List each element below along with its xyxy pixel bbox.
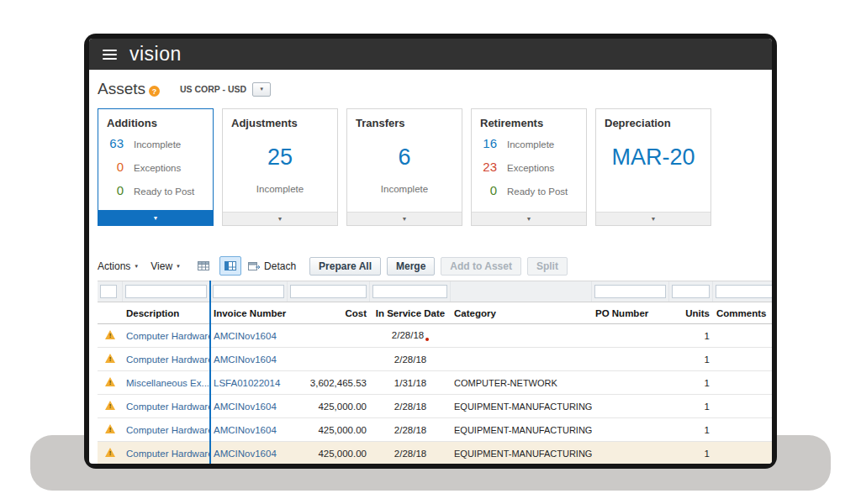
freeze-icon-button[interactable] [219,256,241,276]
stat-row: 0Exceptions [98,160,213,174]
invoice-link[interactable]: AMCINov1604 [214,402,277,412]
column-header-units[interactable]: Units [669,308,713,318]
table-body: Computer HardwareAMCINov16042/28/181Comp… [98,324,772,464]
card-big-label: Incomplete [223,184,337,194]
cell-description: Computer Hardware [123,354,210,365]
prepare-all-button[interactable]: Prepare All [309,257,381,276]
help-icon[interactable]: ? [149,86,160,97]
brand-logo: vision [129,43,182,66]
column-header-category[interactable]: Category [451,308,592,318]
view-menu[interactable]: View ▼ [151,260,181,272]
filter-cell-description [123,281,210,302]
merge-button[interactable]: Merge [387,257,435,276]
screen: vision Assets ? US CORP - USD ▼ Addition… [89,39,772,464]
column-header-cost[interactable]: Cost [288,308,370,318]
description-link[interactable]: Miscellaneous Ex... [126,378,209,388]
filter-input-in_service_date[interactable] [372,285,447,298]
card-footer-toggle[interactable]: ▼ [98,210,213,225]
warning-icon [105,330,115,339]
card-additions[interactable]: Additions63Incomplete0Exceptions0Ready t… [98,108,214,226]
freeze-icon [224,260,236,271]
cell-units: 1 [669,402,713,412]
grid-icon[interactable] [193,256,214,276]
frozen-column-divider[interactable] [209,281,211,464]
invoice-link[interactable]: AMCINov1604 [214,354,277,365]
stat-row: 63Incomplete [98,136,213,150]
stat-value: 16 [472,136,497,150]
filter-input-units[interactable] [672,285,710,298]
cell-invoice: AMCINov1604 [210,449,288,459]
column-header-invoice[interactable]: Invoice Number [210,308,288,318]
table-row[interactable]: Computer HardwareAMCINov1604425,000.002/… [98,442,772,464]
card-title: Adjustments [223,109,337,129]
split-button: Split [527,257,568,276]
table-row[interactable]: Computer HardwareAMCINov16042/28/181 [98,348,772,371]
context-dropdown-button[interactable]: ▼ [252,82,271,97]
stat-value: 0 [98,183,124,197]
hamburger-menu-icon[interactable] [103,50,117,60]
filter-input-comments[interactable] [716,285,772,298]
cell-in_service_date: 2/28/18 [370,330,451,341]
filter-cell-in_service_date [370,281,451,302]
card-depreciation[interactable]: DepreciationMAR-20▼ [595,108,711,226]
warning-icon [105,354,115,363]
detach-icon [248,260,261,271]
table-filter-row [98,281,772,302]
filter-input-cost[interactable] [290,285,367,298]
card-footer-toggle[interactable]: ▼ [223,212,337,225]
card-footer-toggle[interactable]: ▼ [347,212,462,225]
cell-invoice: AMCINov1604 [210,331,288,341]
cell-units: 1 [669,354,713,365]
cell-cost: 425,000.00 [288,402,370,412]
filter-input-po_number[interactable] [594,285,666,298]
description-link[interactable]: Computer Hardware [126,449,210,459]
card-retirements[interactable]: Retirements16Incomplete23Exceptions0Read… [471,108,587,226]
description-link[interactable]: Computer Hardware [126,354,210,365]
app-header: vision [89,39,772,70]
assets-table: DescriptionInvoice NumberCostIn Service … [98,281,772,464]
table-row[interactable]: Computer HardwareAMCINov1604425,000.002/… [98,395,772,418]
description-link[interactable]: Computer Hardware [126,425,210,435]
card-footer-toggle[interactable]: ▼ [596,212,710,225]
description-link[interactable]: Computer Hardware [126,331,210,341]
cell-status [98,377,123,388]
invoice-link[interactable]: AMCINov1604 [214,425,277,435]
stat-value: 63 [98,136,124,150]
warning-icon [105,448,115,457]
description-link[interactable]: Computer Hardware [126,402,210,412]
stat-label: Ready to Post [507,186,568,197]
column-header-comments[interactable]: Comments [713,308,772,318]
card-big-value: MAR-20 [596,144,710,171]
invoice-link[interactable]: LSFA01022014 [214,378,280,388]
cell-description: Computer Hardware [123,449,210,459]
page-content: Assets ? US CORP - USD ▼ Additions63Inco… [89,70,772,464]
column-header-po_number[interactable]: PO Number [592,308,669,318]
cell-in_service_date: 1/31/18 [370,378,451,388]
filter-input-description[interactable] [125,285,207,298]
card-adjustments[interactable]: Adjustments25Incomplete▼ [222,108,338,226]
actions-menu[interactable]: Actions ▼ [98,260,139,272]
cell-invoice: AMCINov1604 [210,425,288,435]
filter-cell-cost [288,281,370,302]
cell-status [98,330,123,341]
column-header-in_service_date[interactable]: In Service Date [370,308,451,318]
cell-in_service_date: 2/28/18 [370,402,451,412]
cell-category: EQUIPMENT-MANUFACTURING [451,449,592,459]
invoice-link[interactable]: AMCINov1604 [214,449,277,459]
filter-input-status[interactable] [100,285,117,298]
chevron-down-icon: ▼ [259,87,264,92]
card-stats: 63Incomplete0Exceptions0Ready to Post [98,136,213,197]
card-transfers[interactable]: Transfers6Incomplete▼ [346,108,462,226]
detach-button[interactable]: Detach [248,260,296,272]
column-header-description[interactable]: Description [123,308,210,318]
card-footer-toggle[interactable]: ▼ [472,212,586,225]
cell-units: 1 [669,449,713,459]
table-row[interactable]: Computer HardwareAMCINov16042/28/181 [98,324,772,348]
stat-label: Exceptions [507,163,554,173]
warning-icon [105,424,115,433]
table-row[interactable]: Miscellaneous Ex...LSFA010220143,602,465… [98,371,772,395]
invoice-link[interactable]: AMCINov1604 [214,331,277,341]
filter-input-invoice[interactable] [213,285,284,298]
table-row[interactable]: Computer HardwareAMCINov1604425,000.002/… [98,418,772,442]
table-header-row: DescriptionInvoice NumberCostIn Service … [98,302,772,324]
